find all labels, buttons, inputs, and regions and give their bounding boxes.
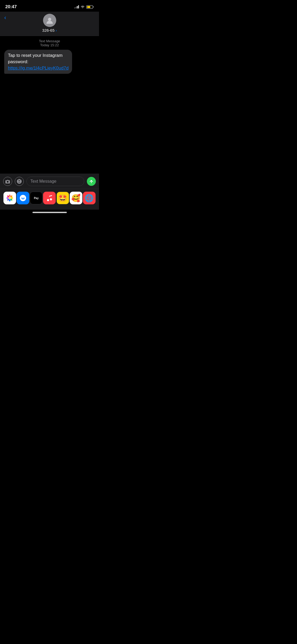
dock-app-memoji2[interactable]: 🥰 — [70, 192, 82, 204]
status-bar: 20:47 — [0, 0, 99, 12]
dock-app-applepay[interactable]: Pay — [30, 192, 43, 204]
signal-icon — [74, 5, 79, 8]
battery-icon — [86, 5, 94, 9]
send-arrow-icon — [89, 179, 93, 183]
dock-app-memoji1[interactable]: 🤩 — [56, 192, 69, 204]
svg-point-11 — [9, 197, 11, 199]
message-time-label: Today 15:22 — [4, 43, 95, 47]
send-button[interactable] — [87, 177, 96, 186]
dock-app-web[interactable]: 🌐 — [83, 192, 96, 204]
appstore-button[interactable] — [15, 177, 24, 186]
svg-point-12 — [47, 199, 49, 201]
music-icon — [46, 194, 53, 202]
home-bar — [32, 212, 67, 213]
photos-icon — [5, 194, 14, 203]
web-emoji: 🌐 — [84, 194, 94, 203]
message-link[interactable]: https://ig.me/1l4cPLieyK0ud7d — [8, 66, 69, 71]
contact-name-chevron: › — [56, 28, 57, 33]
text-input-placeholder: Text Message — [30, 179, 56, 184]
dock-app-appstore[interactable] — [17, 192, 29, 204]
svg-point-13 — [50, 198, 52, 200]
camera-button[interactable] — [3, 177, 12, 186]
message-type-label: Text Message — [4, 39, 95, 43]
wifi-icon — [81, 4, 85, 9]
memoji2-emoji: 🥰 — [71, 194, 81, 203]
camera-icon — [5, 180, 10, 183]
dock-app-photos[interactable] — [3, 192, 16, 204]
signal-bar-4 — [78, 5, 79, 8]
signal-bar-1 — [74, 7, 75, 8]
appstore-icon — [17, 179, 22, 184]
appstore-dock-icon — [19, 194, 27, 202]
text-input-container[interactable]: Text Message — [26, 177, 84, 186]
message-text-plain: Tap to reset your Instagram password: — [8, 53, 63, 64]
home-indicator — [0, 210, 99, 215]
signal-bar-2 — [76, 7, 76, 8]
nav-header: ‹ 326-65 › — [0, 12, 99, 36]
status-icons — [74, 4, 94, 9]
contact-name[interactable]: 326-65 › — [42, 28, 57, 33]
input-area: Text Message — [0, 174, 99, 189]
back-button[interactable]: ‹ — [4, 14, 6, 21]
memoji1-emoji: 🤩 — [58, 194, 67, 203]
person-icon — [46, 16, 54, 24]
avatar — [43, 14, 56, 27]
dock-app-music[interactable] — [43, 192, 56, 204]
messages-area: Text Message Today 15:22 Tap to reset yo… — [0, 36, 99, 174]
signal-bar-3 — [77, 6, 78, 8]
pay-label: Pay — [34, 197, 39, 200]
status-time: 20:47 — [5, 4, 17, 10]
message-meta: Text Message Today 15:22 — [4, 39, 95, 47]
app-dock: Pay 🤩 🥰 🌐 — [0, 189, 99, 210]
message-bubble[interactable]: Tap to reset your Instagram password: ht… — [4, 50, 72, 74]
svg-point-0 — [48, 18, 51, 21]
message-row: Tap to reset your Instagram password: ht… — [4, 50, 95, 74]
